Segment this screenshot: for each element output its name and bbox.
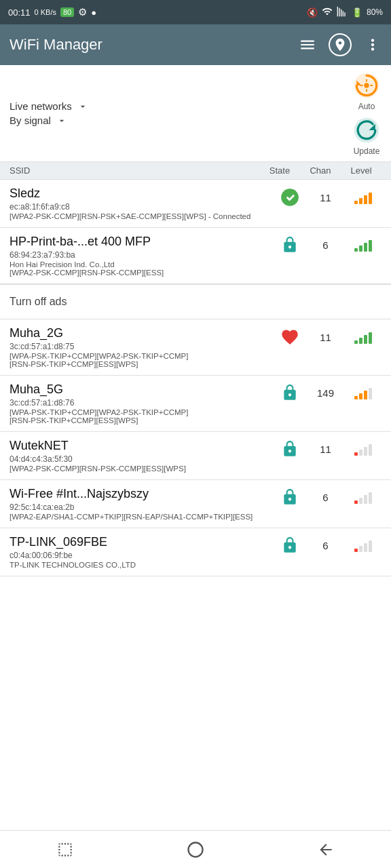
network-channel: 6 [307, 238, 344, 251]
sort-label: By signal [10, 115, 51, 126]
svg-point-2 [364, 83, 369, 87]
network-type-label: Live networks [10, 100, 72, 112]
network-state [273, 186, 307, 207]
signal-icon [337, 6, 348, 19]
network-item[interactable]: Muha_5G 3c:cd:57:a1:d8:76 [WPA-PSK-TKIP+… [0, 376, 391, 432]
network-channel: 149 [307, 386, 344, 399]
battery-percent: 80% [367, 7, 383, 17]
network-state [273, 487, 307, 506]
wifi-icon [322, 6, 333, 19]
filter-actions: Auto Update [352, 71, 381, 156]
network-details: [WPA2-PSK-CCMP][RSN-PSK+SAE-CCMP][ESS][W… [10, 212, 259, 220]
network-list: Sledz ec:a8:1f:6f:a9:c8 [WPA2-PSK-CCMP][… [0, 180, 391, 830]
network-channel: 6 [307, 538, 344, 551]
battery-icon: 🔋 [352, 7, 362, 18]
network-state [273, 235, 307, 254]
network-level [344, 537, 381, 552]
col-ssid: SSID [10, 165, 259, 176]
status-time: 00:11 [8, 7, 31, 18]
svg-point-6 [188, 842, 202, 856]
col-chan: Chan [300, 165, 341, 176]
network-item[interactable]: Muha_2G 3c:cd:57:a1:d8:75 [WPA-PSK-TKIP+… [0, 319, 391, 376]
network-info: WutekNET 04:d4:c4:3a:5f:30 [WPA2-PSK-CCM… [10, 439, 259, 473]
network-level [344, 329, 381, 344]
col-level: Level [341, 165, 381, 176]
network-item[interactable]: HP-Print-ba-...et 400 MFP 68:94:23:a7:93… [0, 228, 391, 284]
network-info: HP-Print-ba-...et 400 MFP 68:94:23:a7:93… [10, 235, 259, 277]
network-channel: 6 [307, 490, 344, 503]
dot-icon: ● [91, 7, 96, 18]
app-bar-icons [299, 33, 381, 56]
network-details: Hon Hai Precision Ind. Co.,Ltd[WPA2-PSK-… [10, 260, 259, 277]
ads-banner[interactable]: Turn off ads [0, 284, 391, 319]
network-item[interactable]: Sledz ec:a8:1f:6f:a9:c8 [WPA2-PSK-CCMP][… [0, 180, 391, 228]
network-mac: c0:4a:00:06:9f:be [10, 551, 259, 560]
update-button[interactable]: Update [352, 115, 381, 156]
status-right: 🔇 🔋 80% [307, 6, 383, 19]
network-ssid: Muha_5G [10, 382, 259, 397]
network-info: Muha_2G 3c:cd:57:a1:d8:75 [WPA-PSK-TKIP+… [10, 326, 259, 368]
app-title: WiFi Manager [10, 36, 299, 54]
network-details: [WPA-PSK-TKIP+CCMP][WPA2-PSK-TKIP+CCMP][… [10, 352, 259, 368]
network-mac: 04:d4:c4:3a:5f:30 [10, 454, 259, 464]
network-type-filter[interactable]: Live networks [10, 100, 88, 112]
network-details: [WPA2-PSK-CCMP][RSN-PSK-CCMP][ESS][WPS] [10, 465, 259, 473]
network-channel: 11 [307, 330, 344, 343]
network-level [344, 384, 381, 399]
network-ssid: HP-Print-ba-...et 400 MFP [10, 235, 259, 249]
network-meta: 6 [259, 235, 381, 254]
battery-badge: 80 [60, 7, 74, 17]
mute-icon: 🔇 [307, 7, 318, 18]
status-bar: 00:11 0 KB/s 80 ⚙ ● 🔇 🔋 80% [0, 0, 391, 24]
network-ssid: Sledz [10, 186, 259, 201]
network-meta: 11 [259, 439, 381, 458]
more-icon[interactable] [364, 36, 381, 54]
network-ssid: TP-LINK_069FBE [10, 535, 259, 549]
network-item[interactable]: Wi-Free #Int...Najszybszy 92:5c:14:ca:ea… [0, 480, 391, 528]
update-label: Update [354, 146, 380, 156]
network-meta: 11 [259, 186, 381, 207]
gear-icon: ⚙ [78, 6, 87, 18]
network-mac: 92:5c:14:ca:ea:2b [10, 502, 259, 512]
network-level [344, 441, 381, 456]
svg-point-5 [281, 189, 299, 206]
auto-button[interactable]: Auto [352, 71, 381, 111]
network-mac: ec:a8:1f:6f:a9:c8 [10, 202, 259, 212]
filter-left: Live networks By signal [10, 100, 88, 126]
network-info: Muha_5G 3c:cd:57:a1:d8:76 [WPA-PSK-TKIP+… [10, 382, 259, 425]
network-meta: 6 [259, 487, 381, 506]
network-details: [WPA-PSK-TKIP+CCMP][WPA2-PSK-TKIP+CCMP][… [10, 408, 259, 425]
sort-filter[interactable]: By signal [10, 115, 88, 126]
network-channel: 11 [307, 442, 344, 455]
back-button[interactable] [303, 835, 348, 864]
network-meta: 6 [259, 535, 381, 554]
network-level [344, 189, 381, 204]
compass-icon[interactable] [329, 33, 352, 56]
net-speed: 0 KB/s [35, 8, 56, 16]
network-mac: 3c:cd:57:a1:d8:75 [10, 342, 259, 351]
menu-icon[interactable] [299, 36, 316, 54]
network-info: TP-LINK_069FBE c0:4a:00:06:9f:be TP-LINK… [10, 535, 259, 569]
network-channel: 11 [307, 191, 344, 203]
network-mac: 68:94:23:a7:93:ba [10, 250, 259, 260]
network-item[interactable]: TP-LINK_069FBE c0:4a:00:06:9f:be TP-LINK… [0, 528, 391, 576]
network-state [273, 439, 307, 458]
network-meta: 11 [259, 326, 381, 347]
network-level [344, 237, 381, 252]
network-state [273, 382, 307, 401]
network-mac: 3c:cd:57:a1:d8:76 [10, 398, 259, 408]
network-ssid: Muha_2G [10, 326, 259, 340]
network-info: Sledz ec:a8:1f:6f:a9:c8 [WPA2-PSK-CCMP][… [10, 186, 259, 220]
network-state [273, 326, 307, 347]
network-level [344, 489, 381, 504]
auto-label: Auto [358, 102, 375, 111]
network-ssid: Wi-Free #Int...Najszybszy [10, 487, 259, 501]
filter-row: Live networks By signal Auto [0, 65, 391, 162]
home-button[interactable] [172, 835, 219, 865]
status-left: 00:11 0 KB/s 80 ⚙ ● [8, 6, 96, 18]
network-ssid: WutekNET [10, 439, 259, 453]
network-item[interactable]: WutekNET 04:d4:c4:3a:5f:30 [WPA2-PSK-CCM… [0, 432, 391, 480]
network-details: TP-LINK TECHNOLOGIES CO.,LTD [10, 561, 259, 569]
bottom-nav [0, 830, 391, 868]
recents-button[interactable] [43, 835, 88, 864]
